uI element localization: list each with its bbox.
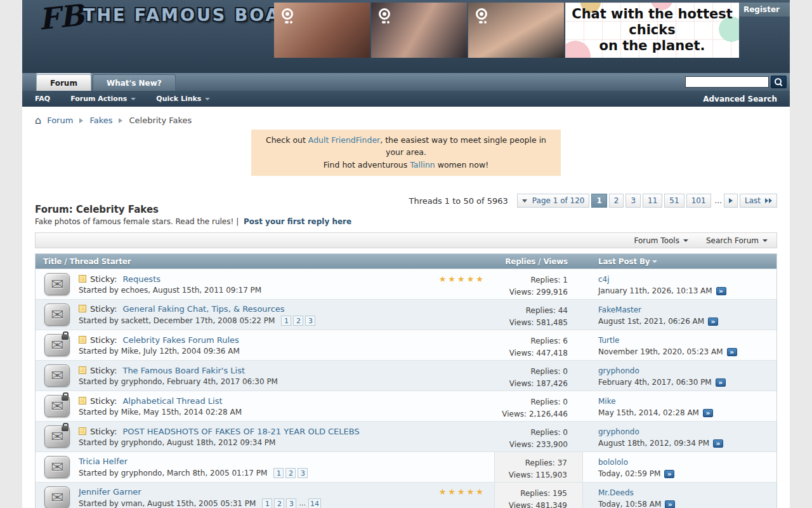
fb-logo[interactable]: FB <box>37 0 86 37</box>
thread-title-link[interactable]: Celebrity Fakes Forum Rules <box>122 335 239 345</box>
sticky-note-icon <box>79 305 86 312</box>
next-page-button[interactable] <box>724 194 738 208</box>
envelope-icon: ✉ <box>44 273 70 295</box>
header-replies-column[interactable]: Replies / Views <box>494 257 583 266</box>
thread-started-by: Started by sackett, December 17th, 2008 … <box>79 316 275 325</box>
replies-count: Replies: 37 <box>495 457 567 469</box>
last-post-user-link[interactable]: FakeMaster <box>598 304 641 316</box>
ad-text-panel[interactable]: Chat with the hottest chicks on the plan… <box>565 3 739 58</box>
last-post-user-link[interactable]: Mr.Deeds <box>598 487 634 498</box>
menu-bar: FAQ Forum Actions Quick Links Advanced S… <box>22 91 790 107</box>
home-icon[interactable]: ⌂ <box>35 116 41 126</box>
breadcrumb-forum[interactable]: Forum <box>47 116 73 125</box>
last-post-cell: Mike May 15th, 2014, 02:28 AM <box>583 391 776 421</box>
thread-title-link[interactable]: Alphabetical Thread List <box>122 396 222 406</box>
lock-icon <box>61 392 69 401</box>
last-post-user-link[interactable]: Turtle <box>598 335 619 346</box>
sticky-note-icon <box>79 397 86 404</box>
thread-page-link[interactable]: 3 <box>298 468 308 478</box>
forum-tools-label: Forum Tools <box>634 236 679 245</box>
page-button[interactable]: 11 <box>643 194 662 208</box>
thread-page-link[interactable]: 3 <box>286 498 296 508</box>
last-post-arrow-icon[interactable] <box>665 500 675 508</box>
thread-title-link[interactable]: POST HEADSHOTS OF FAKES OF 18-21 YEAR OL… <box>122 427 359 436</box>
thread-page-link[interactable]: 1 <box>281 316 291 326</box>
search-forum-menu[interactable]: Search Forum <box>706 236 768 245</box>
replies-views-cell: Replies: 0 Views: 187,426 <box>494 361 583 391</box>
thread-page-link[interactable]: 2 <box>293 316 303 326</box>
ad-headline: on the planet. <box>565 38 739 54</box>
ad-banner[interactable]: Chat with the hottest chicks on the plan… <box>274 3 739 58</box>
last-post-arrow-icon[interactable] <box>716 287 726 295</box>
last-post-user-link[interactable]: gryphondo <box>598 365 639 377</box>
thread-title-cell: ✉ Sticky: Requests ★★★★★ Started by echo… <box>36 269 494 299</box>
menu-item-quick-links[interactable]: Quick Links <box>156 95 210 103</box>
thread-started-by: Started by Mike, May 15th, 2014 02:28 AM <box>79 408 242 417</box>
page-selector-button[interactable]: Page 1 of 120 <box>517 194 590 208</box>
thread-page-link[interactable]: 14 <box>308 498 321 508</box>
envelope-icon: ✉ <box>44 364 70 387</box>
menu-item-faq[interactable]: FAQ <box>35 95 50 103</box>
advanced-search-link[interactable]: Advanced Search <box>703 95 777 104</box>
replies-views-cell: Replies: 0 Views: 2,126,446 <box>494 391 583 421</box>
notice-link-aff[interactable]: Adult FriendFinder <box>308 135 380 145</box>
last-post-arrow-icon[interactable] <box>703 409 713 417</box>
last-post-arrow-icon[interactable] <box>664 470 674 478</box>
last-post-arrow-icon[interactable] <box>716 378 726 387</box>
ad-photo-panel[interactable] <box>371 3 467 58</box>
last-page-button[interactable]: Last <box>740 194 777 208</box>
page-buttons: 1231151101 <box>589 194 710 208</box>
table-row: ✉ Sticky: Requests ★★★★★ Started by echo… <box>36 269 776 299</box>
forum-tools-menu[interactable]: Forum Tools <box>634 236 688 245</box>
last-post-user-link[interactable]: Mike <box>598 396 616 407</box>
thread-page-link[interactable]: 2 <box>285 468 296 478</box>
sticky-note-icon <box>79 427 86 435</box>
breadcrumb-arrow-icon <box>119 118 122 123</box>
thread-title-link[interactable]: The Famous Board Fakir's List <box>122 366 245 375</box>
breadcrumb-fakes[interactable]: Fakes <box>89 116 112 125</box>
search-input[interactable] <box>685 76 769 88</box>
header-lastpost-column[interactable]: Last Post By <box>583 257 776 266</box>
menu-item-label: Forum Actions <box>70 95 127 103</box>
last-post-user-link[interactable]: gryphondo <box>598 426 639 438</box>
thread-title-link[interactable]: Tricia Helfer <box>79 457 128 466</box>
last-post-cell: gryphondo February 4th, 2017, 06:30 PM <box>583 361 776 391</box>
last-post-user-link[interactable]: bolololo <box>598 457 628 468</box>
thread-title-cell: ✉ Sticky: General Faking Chat, Tips, & R… <box>36 300 494 330</box>
page-button[interactable]: 101 <box>686 194 711 208</box>
last-post-arrow-icon[interactable] <box>708 318 718 326</box>
page-button[interactable]: 2 <box>609 194 624 208</box>
last-post-arrow-icon[interactable] <box>727 348 737 356</box>
ad-photo-panel[interactable] <box>468 3 564 58</box>
last-post-arrow-icon[interactable] <box>713 439 723 448</box>
notice-text: Check out <box>266 135 308 145</box>
replies-views-cell: Replies: 44 Views: 581,485 <box>494 300 583 330</box>
thread-page-link[interactable]: 3 <box>305 316 315 326</box>
thread-page-link[interactable]: 1 <box>262 498 272 508</box>
thread-page-link[interactable]: 1 <box>273 468 284 478</box>
first-reply-link[interactable]: Post your first reply here <box>244 217 351 226</box>
page-button[interactable]: 3 <box>625 194 641 208</box>
thread-title-link[interactable]: Jennifer Garner <box>79 487 141 497</box>
thread-page-links: 123 <box>281 316 317 326</box>
thread-title-link[interactable]: General Faking Chat, Tips, & Resources <box>122 304 284 314</box>
tab-forum[interactable]: Forum <box>36 74 91 91</box>
envelope-glyph: ✉ <box>51 460 63 475</box>
threads-info: Threads 1 to 50 of 5963 <box>409 196 508 206</box>
thread-table: Title / Thread Starter Replies / Views L… <box>35 253 777 508</box>
sticky-note-icon <box>79 275 86 283</box>
views-count: Views: 447,418 <box>494 347 568 359</box>
thread-page-link[interactable]: 2 <box>274 498 284 508</box>
table-row: ✉ Jennifer Garner ★★★★★ Started by vman,… <box>36 482 776 508</box>
page-button[interactable]: 1 <box>591 194 606 208</box>
replies-count: Replies: 195 <box>495 488 567 500</box>
notice-link-city[interactable]: Tallinn <box>410 160 435 170</box>
page-button[interactable]: 51 <box>664 194 684 208</box>
tab-whats-new[interactable]: What's New? <box>93 74 176 91</box>
ad-photo-panel[interactable] <box>274 3 370 58</box>
last-post-user-link[interactable]: c4j <box>598 274 610 285</box>
thread-title-link[interactable]: Requests <box>122 274 160 284</box>
search-button[interactable] <box>771 76 787 88</box>
menu-item-forum-actions[interactable]: Forum Actions <box>70 95 136 103</box>
header-title-column[interactable]: Title / Thread Starter <box>36 257 494 266</box>
